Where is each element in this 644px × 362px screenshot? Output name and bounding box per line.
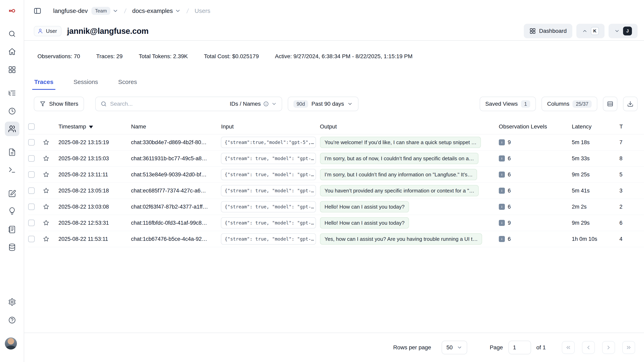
cell-latency: 1h 0m 10s [569,236,616,242]
download-icon [627,101,634,107]
users-icon[interactable] [5,122,19,136]
stat-traces: Traces: 29 [96,53,123,60]
row-checkbox[interactable] [28,188,35,194]
row-checkbox[interactable] [28,155,35,162]
cell-name: chat:330bd4e7-d869-4b2f-80… [128,139,218,146]
header-name[interactable]: Name [128,124,218,130]
settings-icon[interactable] [5,295,19,309]
show-filters-button[interactable]: Show filters [34,97,84,111]
table-row[interactable]: 2025-08-22 13:05:18 chat:ec685f77-7374-4… [28,183,644,199]
output-chip[interactable]: You haven’t provided any specific inform… [320,185,479,196]
langfuse-logo[interactable] [5,4,19,18]
star-icon[interactable] [42,219,50,226]
output-chip[interactable]: I’m sorry, but as of now, I couldn’t fin… [320,153,478,164]
tab-sessions[interactable]: Sessions [72,78,100,90]
table-row[interactable]: 2025-08-22 13:03:08 chat:02f63f47-87b2-4… [28,199,644,215]
row-checkbox-cell [28,188,40,194]
previous-page-button[interactable] [582,341,595,354]
input-chip[interactable]: {"stream": true, "model": "gpt-… [221,217,316,228]
page-label: Page [490,344,503,351]
dashboards-icon[interactable] [5,62,19,77]
input-chip[interactable]: {"stream":true,"model":"gpt-5",… [221,137,316,148]
row-height-button[interactable] [603,97,618,111]
row-checkbox[interactable] [28,204,35,210]
output-chip[interactable]: Hello! How can I assist you today? [320,201,409,212]
next-user-button[interactable]: J [608,24,638,38]
first-page-button[interactable] [562,341,575,354]
playground-icon[interactable] [5,163,19,177]
select-all-checkbox[interactable] [28,124,35,130]
row-checkbox[interactable] [28,220,35,226]
header-latency[interactable]: Latency [568,124,616,130]
rows-per-page-select[interactable]: 50 [442,341,467,354]
input-chip[interactable]: {"stream": true, "model": "gpt-… [221,153,316,164]
cell-observation-levels: 9 [496,220,568,226]
search-icon[interactable] [5,26,19,41]
breadcrumb-org[interactable]: langfuse-dev [53,8,88,14]
chevron-down-icon[interactable] [175,8,181,14]
columns-button[interactable]: Columns 25/37 [542,97,597,111]
insights-icon[interactable] [5,204,19,218]
evaluation-icon[interactable] [5,186,19,201]
star-icon[interactable] [42,203,50,210]
cell-name: chat:116fbfdc-0fd3-41af-99c8… [128,220,218,226]
database-icon[interactable] [5,240,19,254]
chevrons-right-icon [626,344,632,350]
input-chip[interactable]: {"stream": true, "model": "gpt-… [221,233,316,244]
date-range-button[interactable]: 90d Past 90 days [288,97,359,111]
input-chip[interactable]: {"stream": true, "model": "gpt-… [221,169,316,180]
tracing-icon[interactable] [5,86,19,100]
tab-traces[interactable]: Traces [32,78,56,90]
support-icon[interactable] [5,313,19,327]
previous-user-button[interactable]: K [576,24,604,38]
star-icon[interactable] [42,235,50,242]
table-row[interactable]: 2025-08-22 13:11:11 chat:513e84e9-9039-4… [28,167,644,183]
export-button[interactable] [623,97,638,111]
output-chip[interactable]: You’re welcome! If you’d like, I can sha… [320,137,481,148]
star-icon[interactable] [42,139,50,146]
level-count: 6 [508,172,511,178]
breadcrumb-project[interactable]: docs-examples [132,8,173,14]
sidebar-toggle-icon[interactable] [32,5,44,17]
grid-icon [530,28,536,34]
breadcrumb-separator [122,6,128,15]
output-chip[interactable]: Hello! How can I assist you today? [320,217,409,228]
datasets-icon[interactable] [5,222,19,237]
saved-views-button[interactable]: Saved Views 1 [480,97,536,111]
header-observation-levels[interactable]: Observation Levels [496,124,569,130]
row-checkbox[interactable] [28,171,35,178]
tab-scores[interactable]: Scores [116,78,139,90]
table-row[interactable]: 2025-08-22 11:53:11 chat:1cb67476-b5ce-4… [28,231,644,247]
page-number-input[interactable] [508,341,531,354]
input-chip[interactable]: {"stream": true, "model": "gpt-… [221,185,316,196]
level-count: 6 [508,156,511,162]
star-icon[interactable] [42,171,50,178]
output-chip[interactable]: I’m sorry, but I couldn’t find any infor… [320,169,477,180]
next-page-button[interactable] [602,341,615,354]
chevron-down-icon[interactable] [112,8,118,14]
cell-extra: 8 [616,156,644,162]
table-row[interactable]: 2025-08-22 12:53:31 chat:116fbfdc-0fd3-4… [28,215,644,231]
dashboard-button[interactable]: Dashboard [524,24,572,38]
output-chip[interactable]: Yes, how can I assist you? Are you havin… [320,233,482,244]
prompts-icon[interactable] [5,145,19,160]
star-icon[interactable] [42,187,50,194]
profile-avatar[interactable] [5,338,17,350]
input-chip[interactable]: {"stream": true, "model": "gpt-… [221,201,316,212]
search-scope-select[interactable]: IDs / Names [230,101,277,107]
header-timestamp[interactable]: Timestamp [54,124,128,130]
row-checkbox[interactable] [28,139,35,146]
star-icon[interactable] [42,155,50,162]
table-row[interactable]: 2025-08-22 13:15:03 chat:3611931b-bc77-4… [28,150,644,167]
home-icon[interactable] [5,44,19,59]
header-input[interactable]: Input [218,124,316,130]
header-extra[interactable]: T [616,124,644,130]
search-input[interactable] [110,101,226,107]
header-output[interactable]: Output [316,124,496,130]
last-page-button[interactable] [622,341,635,354]
sessions-icon[interactable] [5,104,19,118]
table-row[interactable]: 2025-08-22 13:15:19 chat:330bd4e7-d869-4… [28,134,644,150]
search-scope-label: IDs / Names [230,101,261,107]
row-checkbox[interactable] [28,236,35,242]
row-checkbox-cell [28,139,40,146]
